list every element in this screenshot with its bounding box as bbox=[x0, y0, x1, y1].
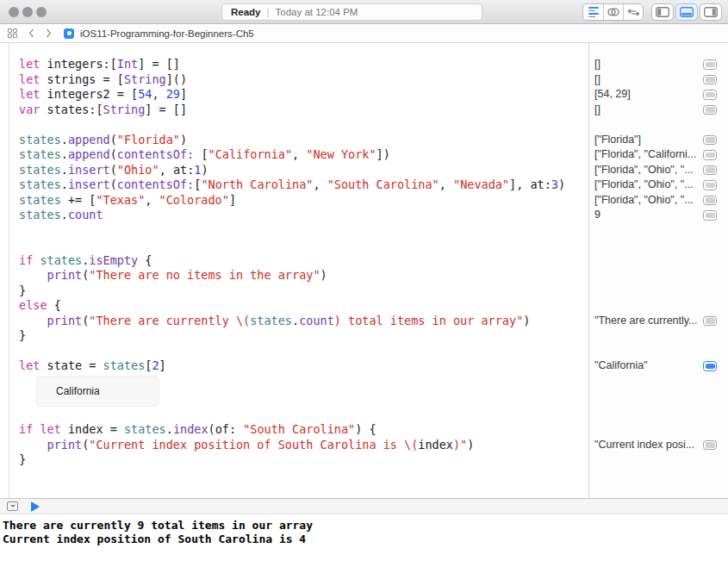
results-sidebar: [][][54, 29][]["Florida"]["Florida", "Ca… bbox=[588, 43, 728, 498]
result-row: [54, 29] bbox=[589, 87, 728, 103]
show-result-button[interactable] bbox=[703, 165, 717, 176]
show-result-button[interactable] bbox=[703, 150, 717, 160]
result-value: ["Florida"] bbox=[594, 133, 641, 148]
editor-mode-segmented-control bbox=[582, 3, 644, 21]
result-row: ["Florida"] bbox=[589, 133, 728, 148]
navigator-panel-toggle[interactable] bbox=[651, 3, 674, 21]
status-timestamp: Today at 12:04 PM bbox=[276, 7, 358, 17]
result-value: [] bbox=[594, 57, 600, 72]
xcode-playground-window: Ready | Today at 12:04 PM bbox=[0, 0, 728, 573]
code-line[interactable]: print("Current index position of South C… bbox=[19, 438, 588, 453]
code-line[interactable]: states += ["Texas", "Colorado"] bbox=[19, 193, 588, 209]
assistant-editor-icon bbox=[607, 7, 620, 17]
console-line: There are currently 9 total items in our… bbox=[3, 519, 728, 533]
console-output: There are currently 9 total items in our… bbox=[0, 514, 728, 573]
result-value: ["Florida", "Ohio", "... bbox=[594, 178, 694, 193]
standard-editor-button[interactable] bbox=[583, 4, 603, 20]
code-line[interactable]: if let index = states.index(of: "South C… bbox=[19, 422, 588, 438]
code-line[interactable]: states.insert(contentsOf:["North Carolin… bbox=[19, 178, 588, 193]
code-line[interactable]: else { bbox=[19, 298, 588, 314]
result-value: ["Florida", "Ohio", "... bbox=[594, 193, 694, 209]
minimize-button[interactable] bbox=[22, 7, 33, 17]
show-result-button[interactable] bbox=[703, 75, 717, 85]
show-result-button[interactable] bbox=[703, 316, 717, 327]
zoom-button[interactable] bbox=[36, 7, 47, 17]
show-result-button[interactable] bbox=[703, 180, 717, 190]
show-result-button[interactable] bbox=[703, 105, 717, 115]
run-playground-button[interactable] bbox=[31, 501, 40, 512]
window-toolbar: Ready | Today at 12:04 PM bbox=[0, 0, 728, 24]
code-line[interactable]: } bbox=[19, 283, 588, 299]
result-value: [] bbox=[594, 103, 600, 118]
version-editor-icon bbox=[627, 8, 640, 17]
show-result-button[interactable] bbox=[703, 59, 717, 70]
result-row: ["Florida", "Ohio", "... bbox=[589, 178, 728, 193]
code-line[interactable]: states.append("Florida") bbox=[19, 133, 588, 148]
result-row: [] bbox=[589, 72, 728, 88]
related-items-icon[interactable] bbox=[8, 28, 17, 38]
editor-area: let integers:[Int] = []let strings = [St… bbox=[0, 43, 728, 498]
result-value: 9 bbox=[594, 208, 600, 223]
hide-debug-area-button[interactable] bbox=[7, 501, 18, 511]
show-result-button[interactable] bbox=[703, 135, 717, 146]
forward-button[interactable] bbox=[46, 28, 52, 38]
result-value: "There are currently... bbox=[594, 314, 698, 329]
result-row: ["Florida", "Ohio", "... bbox=[589, 193, 728, 209]
show-result-button[interactable] bbox=[703, 210, 717, 221]
code-line[interactable]: states.count bbox=[19, 208, 588, 223]
code-line[interactable]: print("There are no items in the array") bbox=[19, 268, 588, 283]
chevron-left-icon bbox=[28, 28, 34, 38]
playground-file-icon bbox=[64, 28, 74, 39]
code-line[interactable]: } bbox=[19, 328, 588, 344]
result-value: [] bbox=[594, 72, 600, 88]
result-value: [54, 29] bbox=[594, 87, 631, 103]
result-row: ["Florida", "Ohio", "... bbox=[589, 163, 728, 178]
code-line[interactable] bbox=[19, 223, 588, 239]
code-line[interactable]: states.insert("Ohio", at:1) bbox=[19, 163, 588, 178]
code-line[interactable]: let integers2 = [54, 29] bbox=[19, 87, 588, 103]
result-value: ["Florida", "Californi... bbox=[594, 147, 696, 163]
panel-toggle-group bbox=[651, 3, 722, 21]
result-value: "Current index posi... bbox=[594, 438, 694, 453]
code-line[interactable]: let integers:[Int] = [] bbox=[19, 57, 588, 72]
show-result-button[interactable] bbox=[703, 196, 717, 206]
standard-editor-icon bbox=[588, 7, 599, 17]
debug-area-icon bbox=[680, 7, 694, 17]
chevron-down-icon bbox=[10, 505, 16, 508]
show-result-button[interactable] bbox=[703, 361, 717, 371]
back-button[interactable] bbox=[28, 28, 34, 38]
result-row: "Current index posi... bbox=[589, 438, 728, 453]
result-row: ["Florida", "Californi... bbox=[589, 147, 728, 163]
code-line[interactable]: } bbox=[19, 452, 588, 468]
code-line[interactable]: let strings = [String]() bbox=[19, 72, 588, 88]
assistant-editor-button[interactable] bbox=[603, 4, 623, 20]
code-line[interactable]: var states:[String] = [] bbox=[19, 103, 588, 118]
code-line[interactable]: let state = states[2] bbox=[19, 358, 588, 374]
result-row: 9 bbox=[589, 208, 728, 223]
status-divider: | bbox=[267, 7, 270, 17]
code-line[interactable]: if states.isEmpty { bbox=[19, 253, 588, 269]
chevron-right-icon bbox=[46, 28, 52, 38]
debug-bar bbox=[0, 498, 728, 514]
code-lines[interactable]: let integers:[Int] = []let strings = [St… bbox=[9, 43, 588, 498]
show-result-button[interactable] bbox=[703, 440, 717, 451]
show-result-button[interactable] bbox=[703, 90, 717, 100]
debug-area-toggle[interactable] bbox=[675, 3, 698, 21]
code-line[interactable] bbox=[19, 117, 588, 133]
result-row: "California" bbox=[589, 358, 728, 374]
code-line[interactable] bbox=[19, 408, 588, 423]
code-line[interactable] bbox=[19, 238, 588, 253]
status-ready: Ready bbox=[231, 7, 261, 17]
code-line[interactable] bbox=[19, 344, 588, 359]
inspector-panel-icon bbox=[704, 7, 718, 17]
result-value: ["Florida", "Ohio", "... bbox=[594, 163, 694, 178]
result-row: "There are currently... bbox=[589, 314, 728, 329]
inline-result-box[interactable]: California bbox=[36, 376, 159, 407]
inspector-panel-toggle[interactable] bbox=[700, 3, 722, 21]
close-button[interactable] bbox=[9, 7, 19, 17]
activity-viewer: Ready | Today at 12:04 PM bbox=[221, 3, 482, 21]
breadcrumb-filename[interactable]: iOS11-Programming-for-Beginners-Ch5 bbox=[80, 28, 254, 39]
code-line[interactable]: states.append(contentsOf: ["California",… bbox=[19, 147, 588, 163]
code-line[interactable]: print("There are currently \(states.coun… bbox=[19, 314, 588, 329]
version-editor-button[interactable] bbox=[623, 4, 643, 20]
